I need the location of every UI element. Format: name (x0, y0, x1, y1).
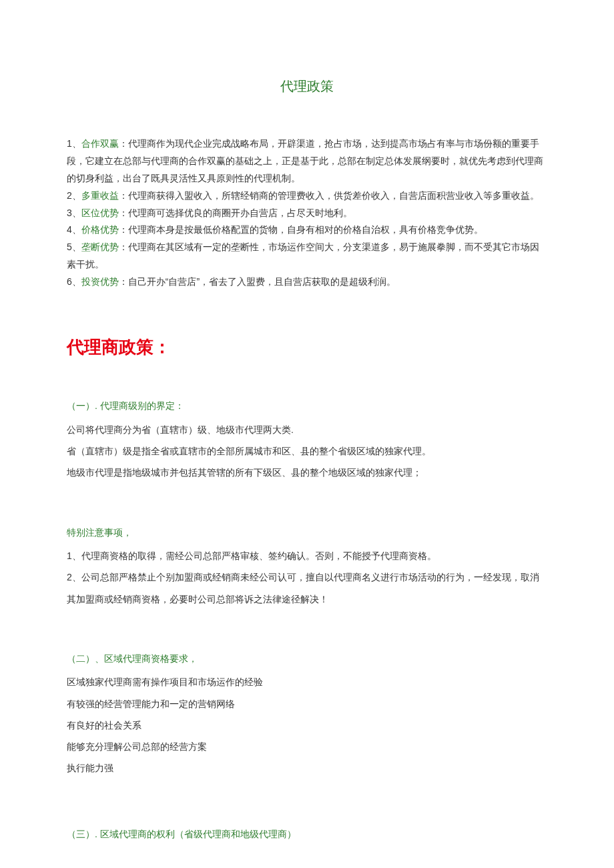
notice-line: 1、代理商资格的取得，需经公司总部严格审核、签约确认。否则，不能授予代理商资格。 (67, 545, 547, 566)
item-index: 2、 (67, 190, 81, 201)
req-line: 区域独家代理商需有操作项目和市场运作的经验 (67, 671, 547, 693)
item-keyword: 垄断优势 (81, 242, 119, 252)
intro-item: 4、价格优势：代理商本身是按最低价格配置的货物，自身有相对的价格自治权，具有价格… (67, 222, 547, 239)
item-text: ：代理商获得入盟收入，所辖经销商的管理费收入，供货差价收入，自营店面积营业收入等… (119, 190, 539, 201)
item-index: 6、 (67, 276, 81, 287)
policy-line: 省（直辖市）级是指全省或直辖市的全部所属城市和区、县的整个省级区域的独家代理。 (67, 440, 547, 462)
intro-item: 3、区位优势：代理商可选择优良的商圈开办自营店，占尽天时地利。 (67, 205, 547, 222)
policy-line: 公司将代理商分为省（直辖市）级、地级市代理两大类. (67, 419, 547, 440)
item-text: ：代理商本身是按最低价格配置的货物，自身有相对的价格自治权，具有价格竞争优势。 (119, 224, 483, 235)
section-rights: （三）. 区域代理商的权利（省级代理商和地级代理商） (67, 825, 547, 843)
req-line: 执行能力强 (67, 757, 547, 779)
section-notice: 特别注意事项， 1、代理商资格的取得，需经公司总部严格审核、签约确认。否则，不能… (67, 524, 547, 610)
page-title: 代理政策 (67, 73, 547, 99)
item-keyword: 合作双赢 (81, 138, 119, 149)
req-line: 有良好的社会关系 (67, 715, 547, 736)
item-keyword: 价格优势 (81, 224, 119, 235)
item-text: ：代理商作为现代企业完成战略布局，开辟渠道，抢占市场，达到提高市场占有率与市场份… (67, 138, 543, 183)
section-heading: （三）. 区域代理商的权利（省级代理商和地级代理商） (67, 825, 547, 843)
intro-item: 5、垄断优势：代理商在其区域有一定的垄断性，市场运作空间大，分支渠道多，易于施展… (67, 239, 547, 274)
item-text: ：自己开办“自营店”，省去了入盟费，且自营店获取的是超级利润。 (119, 276, 396, 287)
policy-line: 地级市代理是指地级城市并包括其管辖的所有下级区、县的整个地级区域的独家代理； (67, 462, 547, 483)
intro-item: 1、合作双赢：代理商作为现代企业完成战略布局，开辟渠道，抢占市场，达到提高市场占… (67, 135, 547, 187)
item-text: ：代理商可选择优良的商圈开办自营店，占尽天时地利。 (119, 207, 352, 218)
item-keyword: 多重收益 (81, 190, 119, 201)
item-index: 4、 (67, 224, 81, 235)
notice-heading: 特别注意事项， (67, 524, 547, 542)
document-page: 代理政策 1、合作双赢：代理商作为现代企业完成战略布局，开辟渠道，抢占市场，达到… (0, 0, 614, 868)
item-keyword: 投资优势 (81, 276, 119, 287)
item-index: 3、 (67, 207, 81, 218)
item-text: ：代理商在其区域有一定的垄断性，市场运作空间大，分支渠道多，易于施展拳脚，而不受… (67, 242, 539, 270)
section-level-definition: （一）. 代理商级别的界定： 公司将代理商分为省（直辖市）级、地级市代理两大类.… (67, 397, 547, 483)
req-line: 有较强的经营管理能力和一定的营销网络 (67, 693, 547, 715)
section-heading: （二）、区域代理商资格要求， (67, 650, 547, 668)
intro-item: 2、多重收益：代理商获得入盟收入，所辖经销商的管理费收入，供货差价收入，自营店面… (67, 187, 547, 205)
section-heading: （一）. 代理商级别的界定： (67, 397, 547, 415)
intro-advantages: 1、合作双赢：代理商作为现代企业完成战略布局，开辟渠道，抢占市场，达到提高市场占… (67, 135, 547, 291)
item-index: 1、 (67, 138, 81, 149)
section-requirements: （二）、区域代理商资格要求， 区域独家代理商需有操作项目和市场运作的经验 有较强… (67, 650, 547, 779)
req-line: 能够充分理解公司总部的经营方案 (67, 736, 547, 757)
item-index: 5、 (67, 242, 81, 252)
notice-line: 2、公司总部严格禁止个别加盟商或经销商未经公司认可，擅自以代理商名义进行市场活动… (67, 566, 547, 609)
item-keyword: 区位优势 (81, 207, 119, 218)
policy-heading: 代理商政策： (67, 331, 547, 364)
intro-item: 6、投资优势：自己开办“自营店”，省去了入盟费，且自营店获取的是超级利润。 (67, 274, 547, 291)
